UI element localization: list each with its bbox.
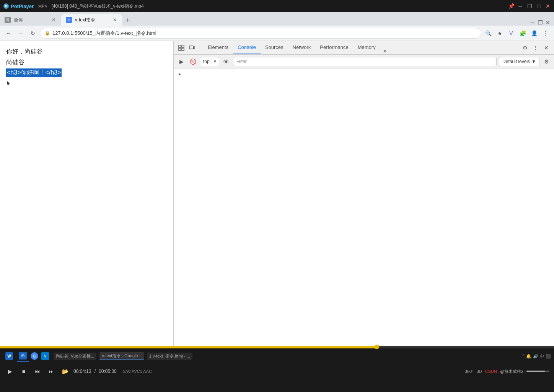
svg-marker-2 <box>7 81 10 86</box>
page-line3-wrapper: <h3>你好啊！</h3> <box>6 68 167 77</box>
device-icon <box>189 45 195 51</box>
tab-close-paused[interactable]: ✕ <box>51 17 57 23</box>
device-toggle-btn[interactable] <box>187 43 197 52</box>
extensions-btn[interactable]: 🧩 <box>517 28 528 39</box>
new-tab-btn[interactable]: + <box>122 15 133 26</box>
taskbar-app-chrome[interactable]: G <box>31 352 38 360</box>
console-bar: ▶ 🚫 top ▼ 👁 Default levels ▼ ⚙ <box>174 55 554 68</box>
devtools-topbar: Elements Console Sources Network Perform… <box>174 41 554 55</box>
back-btn[interactable]: ← <box>3 28 14 39</box>
console-chevron-icon[interactable]: ► <box>177 72 183 76</box>
context-select[interactable]: top <box>200 57 219 66</box>
console-clear-btn[interactable]: 🚫 <box>188 57 197 66</box>
devtools-right-icons: ⚙ ⋮ ✕ <box>520 43 551 52</box>
next-btn[interactable]: ⏭ <box>46 366 57 377</box>
taskbar: W 尚 G V 尚硅谷_Vue全家桶... v-text指令 - Google.… <box>0 346 554 392</box>
tab-memory[interactable]: Memory <box>353 41 380 54</box>
taskbar-icons-row: W 尚 G V 尚硅谷_Vue全家桶... v-text指令 - Google.… <box>0 348 554 364</box>
3d-btn[interactable]: 3D <box>476 369 482 374</box>
taskbar-app-word[interactable]: W <box>3 350 15 362</box>
prev-btn[interactable]: ⏮ <box>32 366 43 377</box>
tab-network[interactable]: Network <box>288 41 316 54</box>
chrome-icon: G <box>31 352 38 360</box>
close-btn[interactable]: ✕ <box>545 3 551 9</box>
more-tabs-btn[interactable]: » <box>380 47 390 54</box>
browser-close-btn[interactable]: ✕ <box>545 20 551 26</box>
pin-btn[interactable]: 📌 <box>508 3 514 9</box>
tray-monitor: ⬛ <box>546 354 551 359</box>
lock-icon: 🔒 <box>45 31 50 36</box>
browser-restore-btn[interactable]: ❐ <box>537 20 543 26</box>
progress-bar[interactable] <box>0 346 554 348</box>
label-shangguigu[interactable]: 尚硅谷_Vue全家桶... <box>54 353 96 360</box>
volume-fill <box>526 371 545 372</box>
console-filter-input[interactable] <box>233 57 497 66</box>
maximize-btn[interactable]: □ <box>536 3 542 9</box>
play-btn[interactable]: ▶ <box>5 366 15 377</box>
tab-close-vtext[interactable]: ✕ <box>112 17 118 23</box>
page-line2: 尚硅谷 <box>6 58 167 67</box>
console-level-btn[interactable]: Default levels ▼ <box>499 57 539 66</box>
reload-btn[interactable]: ↻ <box>28 28 38 39</box>
console-settings-btn[interactable]: ⚙ <box>542 57 551 66</box>
format-badge: MP4 <box>38 4 47 8</box>
volume-bar[interactable] <box>526 371 549 372</box>
console-eye-btn[interactable]: 👁 <box>222 57 231 66</box>
tab-paused[interactable]: 暂 暂停 ✕ <box>0 14 61 26</box>
nav-bar: ← → ↻ 🔒 127.0.0.1:5500/15_内置指令/1.v-text_… <box>0 26 554 41</box>
devtools-settings-btn[interactable]: ⚙ <box>520 43 530 52</box>
user-label: @符木成桂2 <box>500 369 523 374</box>
label-vtext-chrome[interactable]: v-text指令 - Google... <box>99 352 143 360</box>
profile-btn[interactable]: 👤 <box>529 28 539 39</box>
tab-favicon-paused: 暂 <box>5 17 11 23</box>
cursor-area <box>6 80 167 86</box>
nav-right-icons: 🔍 ★ V 🧩 👤 ⋮ <box>483 28 551 39</box>
taskbar-app-uicase1[interactable]: 尚 <box>17 350 29 362</box>
svg-rect-3 <box>179 45 181 47</box>
bookmark-btn[interactable]: ★ <box>494 28 505 39</box>
minimize-btn[interactable]: ─ <box>517 3 523 9</box>
tabs-separator <box>200 44 200 52</box>
page-content: 你好，尚硅谷 尚硅谷 <h3>你好啊！</h3> <box>0 41 174 346</box>
tab-sources[interactable]: Sources <box>261 41 288 54</box>
context-select-wrapper: top ▼ <box>200 57 219 66</box>
tab-performance[interactable]: Performance <box>315 41 353 54</box>
extension-btn[interactable]: V <box>506 28 517 39</box>
taskbar-app-vscode[interactable]: V <box>41 352 49 360</box>
angle-btn[interactable]: 360° <box>465 369 474 374</box>
open-btn[interactable]: 📂 <box>60 366 70 377</box>
app-logo: PotPlayer <box>3 3 34 9</box>
svg-rect-5 <box>179 48 181 50</box>
potplayer-icon <box>3 3 9 9</box>
time-separator: / <box>95 369 96 374</box>
format-info: S/W AVC1 AAC <box>123 369 152 374</box>
zoom-btn[interactable]: 🔍 <box>483 28 494 39</box>
devtools-close-btn[interactable]: ✕ <box>542 43 551 52</box>
browser-minimize-btn[interactable]: ─ <box>530 20 536 26</box>
taskbar-right-area: ^ 🔔 🔊 中 ⬛ <box>523 353 551 359</box>
current-time: 00:04:13 <box>73 369 91 374</box>
svg-rect-8 <box>194 47 195 49</box>
inspect-icon <box>178 45 184 51</box>
tab-elements[interactable]: Elements <box>203 41 233 54</box>
devtools-panel: Elements Console Sources Network Perform… <box>174 41 554 346</box>
console-row-1: ► <box>174 70 554 78</box>
console-run-btn[interactable]: ▶ <box>177 57 186 66</box>
tray-arrow[interactable]: ^ <box>523 354 525 358</box>
csdn-btn[interactable]: CSDN <box>485 369 497 374</box>
taskbar-labels: 尚硅谷_Vue全家桶... v-text指令 - Google... 1.v-t… <box>54 352 521 360</box>
devtools-more-btn[interactable]: ⋮ <box>531 43 540 52</box>
tab-label-vtext: v-text指令 <box>75 17 95 23</box>
tab-console[interactable]: Console <box>233 41 261 54</box>
restore-btn[interactable]: ❐ <box>526 3 533 9</box>
label-vtext-html[interactable]: 1.v-text_指令.html - ... <box>147 353 192 360</box>
address-bar[interactable]: 🔒 127.0.0.1:5500/15_内置指令/1.v-text_指令.htm… <box>40 28 481 39</box>
vscode-icon: V <box>41 352 49 360</box>
inspect-element-btn[interactable] <box>177 43 186 52</box>
menu-btn[interactable]: ⋮ <box>540 28 551 39</box>
tab-vtext[interactable]: V v-text指令 ✕ <box>61 14 122 26</box>
tray-volume: 🔊 <box>533 354 538 359</box>
stop-btn[interactable]: ■ <box>18 366 29 377</box>
forward-btn[interactable]: → <box>15 28 26 39</box>
svg-rect-6 <box>182 48 184 50</box>
